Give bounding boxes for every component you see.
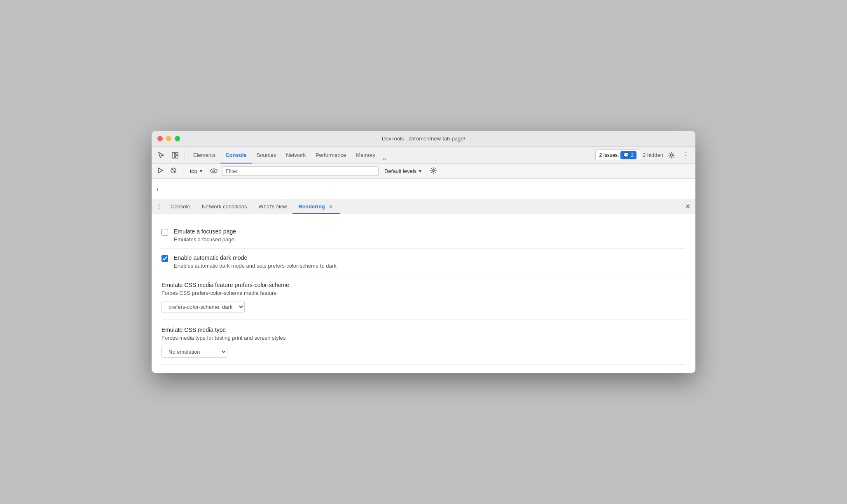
auto-dark-mode-title: Enable automatic dark mode [174,254,338,261]
close-rendering-tab-button[interactable]: ✕ [328,203,334,210]
console-prompt[interactable]: › [157,186,159,192]
auto-dark-mode-desc: Enables automatic dark mode and sets pre… [174,263,338,269]
bottom-tab-network-conditions[interactable]: Network conditions [196,199,253,214]
svg-rect-2 [175,156,178,158]
titlebar: DevTools - chrome://new-tab-page/ [152,131,695,147]
play-icon [157,167,164,174]
tab-memory[interactable]: Memory [351,147,380,163]
css-media-type-section: Emulate CSS media type Forces media type… [161,320,686,365]
gear-icon [668,152,675,159]
emulate-focused-setting: Emulate a focused page Emulates a focuse… [161,222,686,249]
context-label: top [190,168,197,174]
css-color-scheme-dropdown[interactable]: prefers-color-scheme: dark No emulation … [161,301,245,313]
traffic-lights [157,136,180,141]
close-panel-button[interactable]: ✕ [682,201,694,212]
emulate-focused-title: Emulate a focused page [174,228,236,235]
console-settings-button[interactable] [428,166,439,176]
bottom-tab-console[interactable]: Console [165,199,196,214]
more-icon: ⋮ [682,151,690,160]
svg-point-8 [213,170,215,172]
tab-network[interactable]: Network [281,147,311,163]
emulate-focused-text: Emulate a focused page Emulates a focuse… [174,228,236,243]
bottom-tab-rendering[interactable]: Rendering ✕ [292,199,339,214]
issues-button[interactable]: 2 Issues: 💬 2 [595,149,640,161]
bottom-tab-whats-new[interactable]: What's New [253,199,293,214]
css-media-type-title: Emulate CSS media type [161,327,686,333]
issues-label: 2 Issues: [599,152,619,158]
css-color-scheme-title: Emulate CSS media feature prefers-color-… [161,282,686,288]
toolbar-divider [185,150,185,160]
svg-rect-0 [172,152,175,158]
filter-input[interactable] [222,166,379,176]
svg-point-7 [211,169,217,173]
svg-rect-1 [175,152,178,155]
block-icon-button[interactable] [168,166,179,176]
context-selector[interactable]: top ▼ [187,167,206,175]
css-color-scheme-section: Emulate CSS media feature prefers-color-… [161,275,686,320]
cursor-icon [157,152,165,159]
inspect-button[interactable] [169,150,181,161]
console-gear-icon [430,167,437,174]
cursor-tool-button[interactable] [155,150,167,161]
bottom-tabs-bar: ⋮ Console Network conditions What's New … [152,199,695,214]
emulate-focused-desc: Emulates a focused page. [174,236,236,243]
console-area[interactable]: › [152,179,695,199]
more-tabs-button[interactable]: » [380,154,388,163]
minimize-button[interactable] [166,136,171,141]
main-toolbar: Elements Console Sources Network Perform… [152,147,695,164]
more-options-button[interactable]: ⋮ [680,149,692,161]
block-icon [170,167,177,174]
devtools-window: DevTools - chrome://new-tab-page/ Elemen… [152,131,695,373]
eye-icon [210,168,218,173]
hidden-count: 2 hidden [643,152,663,158]
eye-icon-button[interactable] [208,167,220,176]
chevron-down-icon: ▼ [199,169,203,173]
console-divider [183,166,183,176]
auto-dark-mode-text: Enable automatic dark mode Enables autom… [174,254,338,269]
auto-dark-mode-checkbox[interactable] [161,255,168,262]
css-media-type-desc: Forces media type for testing print and … [161,335,686,341]
bottom-tabs-more-button[interactable]: ⋮ [153,201,165,212]
tab-console[interactable]: Console [220,147,251,163]
maximize-button[interactable] [175,136,180,141]
rendering-panel: Emulate a focused page Emulates a focuse… [152,214,695,373]
panel-content-area: Emulate a focused page Emulates a focuse… [152,214,695,373]
clear-console-button[interactable] [155,166,166,176]
levels-button[interactable]: Default levels ▼ [381,167,426,175]
settings-button[interactable] [666,150,677,160]
issues-badge: 💬 2 [620,151,636,159]
css-color-scheme-desc: Forces CSS prefers-color-scheme media fe… [161,290,686,296]
tab-sources[interactable]: Sources [252,147,281,163]
css-media-type-dropdown[interactable]: No emulation print screen [161,346,227,358]
svg-point-9 [432,170,434,172]
emulate-focused-checkbox[interactable] [161,229,168,236]
window-title: DevTools - chrome://new-tab-page/ [382,135,465,142]
levels-chevron-icon: ▼ [418,169,422,173]
inspect-icon [171,152,179,159]
close-button[interactable] [157,136,163,141]
tab-elements[interactable]: Elements [188,147,220,163]
auto-dark-mode-setting: Enable automatic dark mode Enables autom… [161,249,686,275]
console-toolbar: top ▼ Default levels ▼ [152,164,695,179]
tab-list: Elements Console Sources Network Perform… [188,147,594,163]
tab-performance[interactable]: Performance [311,147,351,163]
svg-line-6 [171,168,175,173]
svg-point-3 [671,154,673,156]
toolbar-right: 2 Issues: 💬 2 2 hidden ⋮ [595,149,692,161]
svg-marker-4 [159,168,163,173]
